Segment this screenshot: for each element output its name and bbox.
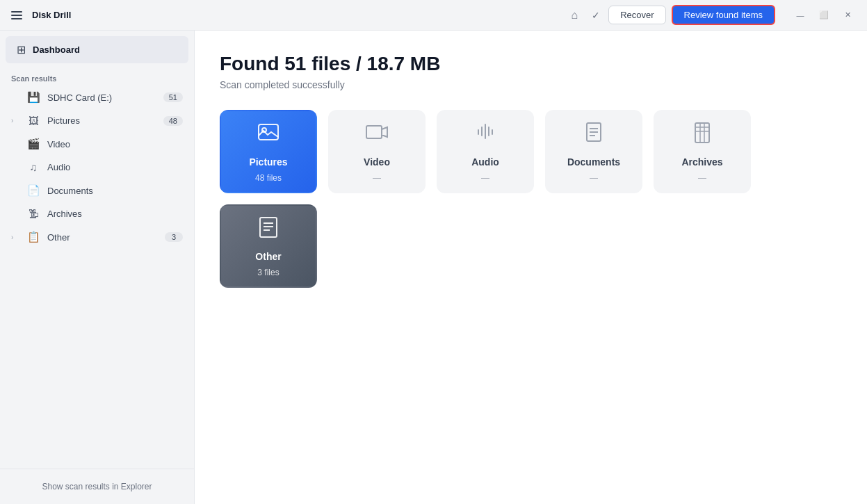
show-scan-results-button[interactable]: Show scan results in Explorer: [11, 478, 183, 496]
sidebar-item-device[interactable]: 💾 SDHC Card (E:) 51: [0, 86, 194, 109]
sidebar-items: Scan results 💾 SDHC Card (E:) 51 › 🖼 Pic…: [0, 69, 194, 469]
audio-card-count: —: [481, 173, 489, 183]
titlebar: Disk Drill ⌂ ✓ Recover Review found item…: [0, 0, 867, 31]
home-icon[interactable]: ⌂: [565, 6, 583, 24]
audio-card-icon: [473, 120, 498, 151]
sidebar-footer: Show scan results in Explorer: [0, 469, 194, 504]
category-cards-grid: Pictures 48 files Video —: [220, 110, 842, 288]
sidebar-item-audio[interactable]: ♫ Audio: [0, 156, 194, 179]
video-icon: 🎬: [26, 138, 40, 150]
category-card-audio[interactable]: Audio —: [437, 110, 534, 193]
category-card-documents[interactable]: Documents —: [545, 110, 642, 193]
pictures-card-label: Pictures: [249, 156, 287, 168]
dashboard-label: Dashboard: [33, 44, 80, 55]
audio-card-label: Audio: [471, 156, 499, 168]
svg-rect-8: [695, 123, 709, 143]
archives-label: Archives: [47, 209, 183, 219]
documents-card-icon: [581, 120, 606, 151]
documents-label: Documents: [47, 186, 183, 196]
nav-actions: ⌂ ✓ Recover Review found items — ⬜ ✕: [565, 5, 859, 25]
sidebar-item-archives[interactable]: 🗜 Archives: [0, 202, 194, 225]
review-found-items-button[interactable]: Review found items: [672, 5, 775, 25]
video-card-icon: [364, 120, 389, 151]
sidebar-item-other[interactable]: › 📋 Other 3: [0, 225, 194, 249]
other-card-icon: [256, 215, 281, 245]
documents-card-count: —: [590, 173, 598, 183]
archives-icon: 🗜: [26, 208, 40, 220]
archives-card-icon: [690, 120, 715, 151]
category-card-archives[interactable]: Archives —: [654, 110, 751, 193]
device-count: 51: [163, 92, 183, 102]
other-card-count: 3 files: [257, 268, 279, 277]
pictures-count: 48: [163, 116, 183, 126]
category-card-other[interactable]: Other 3 files: [220, 204, 317, 288]
window-controls: — ⬜ ✕: [789, 6, 859, 25]
expand-icon-pictures: ›: [11, 117, 19, 124]
pictures-label: Pictures: [47, 115, 156, 126]
sidebar-dashboard[interactable]: ⊞ Dashboard: [6, 36, 188, 63]
documents-icon: 📄: [26, 184, 40, 197]
titlebar-left: Disk Drill: [8, 8, 71, 22]
sidebar: ⊞ Dashboard Scan results 💾 SDHC Card (E:…: [0, 31, 195, 504]
check-icon[interactable]: ✓: [589, 7, 603, 24]
pictures-card-icon: [256, 120, 281, 151]
pictures-icon: 🖼: [26, 115, 40, 127]
content-area: Found 51 files / 18.7 MB Scan completed …: [195, 31, 867, 504]
main-layout: ⊞ Dashboard Scan results 💾 SDHC Card (E:…: [0, 31, 867, 504]
pictures-card-count: 48 files: [255, 173, 282, 183]
audio-label: Audio: [47, 162, 183, 172]
svg-marker-3: [382, 127, 387, 137]
app-title: Disk Drill: [32, 10, 71, 20]
sidebar-item-documents[interactable]: 📄 Documents: [0, 179, 194, 202]
video-card-label: Video: [364, 156, 390, 168]
scan-status-subtitle: Scan completed successfully: [220, 79, 842, 90]
sidebar-item-video[interactable]: 🎬 Video: [0, 132, 194, 156]
maximize-button[interactable]: ⬜: [813, 6, 835, 25]
dashboard-icon: ⊞: [17, 43, 26, 56]
recover-button[interactable]: Recover: [608, 6, 665, 24]
audio-icon: ♫: [26, 161, 40, 173]
category-card-pictures[interactable]: Pictures 48 files: [220, 110, 317, 193]
documents-card-label: Documents: [567, 156, 620, 168]
video-label: Video: [47, 139, 183, 149]
other-count: 3: [165, 232, 183, 242]
expand-icon-other: ›: [11, 234, 19, 241]
video-card-count: —: [373, 173, 381, 183]
scan-results-label: Scan results: [0, 69, 194, 86]
archives-card-label: Archives: [681, 156, 722, 168]
menu-icon[interactable]: [8, 8, 25, 22]
drive-icon: 💾: [26, 91, 40, 104]
minimize-button[interactable]: —: [789, 6, 811, 25]
close-button[interactable]: ✕: [836, 6, 859, 25]
svg-rect-2: [366, 126, 382, 138]
archives-card-count: —: [698, 173, 706, 183]
category-card-video[interactable]: Video —: [328, 110, 426, 193]
other-card-label: Other: [255, 251, 281, 262]
other-label: Other: [47, 232, 158, 243]
found-files-title: Found 51 files / 18.7 MB: [220, 53, 842, 75]
device-label: SDHC Card (E:): [47, 92, 156, 103]
other-icon: 📋: [26, 231, 40, 243]
sidebar-item-pictures[interactable]: › 🖼 Pictures 48: [0, 109, 194, 132]
